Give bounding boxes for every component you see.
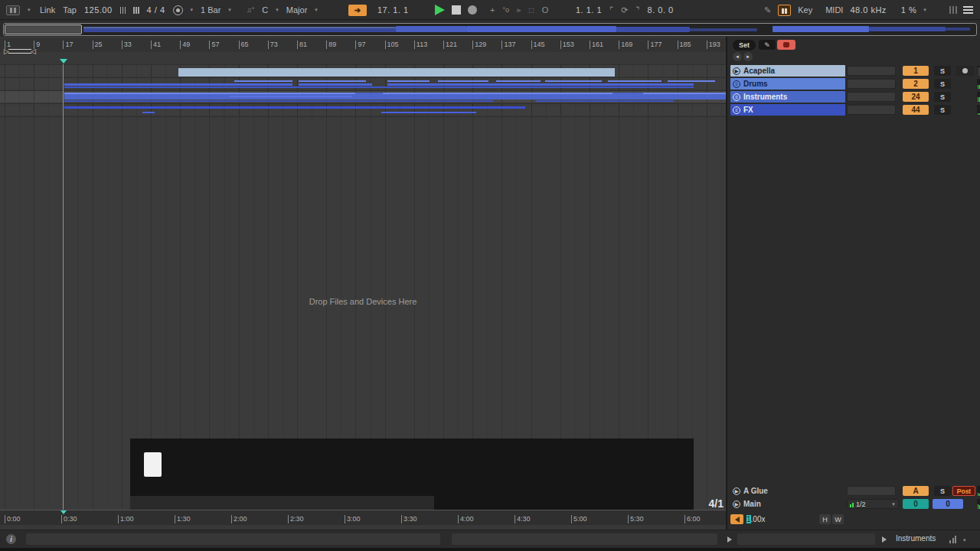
metronome-icon[interactable] <box>173 5 183 15</box>
info-icon[interactable]: i <box>6 534 16 544</box>
clip-segment[interactable] <box>383 93 612 94</box>
insert-marker-icon[interactable] <box>60 59 67 64</box>
arrangement-lane[interactable] <box>0 64 726 77</box>
nudge-down-icon[interactable] <box>120 7 126 14</box>
loop-brace-right-icon[interactable]: ◁ <box>31 47 36 55</box>
clip-segment[interactable] <box>438 80 488 82</box>
loop-brace-bar[interactable] <box>8 49 31 54</box>
track-name-area[interactable]: ≡ Drums <box>730 78 845 90</box>
overdub-icon[interactable]: + <box>490 5 495 15</box>
return-solo-button[interactable]: S <box>934 486 951 496</box>
clip-segment[interactable] <box>234 80 292 82</box>
arrangement-lane[interactable] <box>0 77 726 90</box>
track-arm-button[interactable] <box>956 66 974 76</box>
play-button[interactable] <box>435 5 445 15</box>
track-activator-button[interactable]: 2 <box>903 79 929 89</box>
clip-segment[interactable] <box>64 93 355 94</box>
clip-segment[interactable] <box>496 80 541 82</box>
fold-icon[interactable]: ▶ <box>733 67 740 75</box>
arrangement-lane[interactable] <box>0 90 726 103</box>
clip-segment[interactable] <box>178 68 615 77</box>
track-activator-button[interactable]: 24 <box>903 92 929 102</box>
options-icon[interactable] <box>6 5 20 15</box>
clip-segment[interactable] <box>536 100 674 102</box>
set-button[interactable]: Set <box>733 40 756 51</box>
return-track-name[interactable]: A Glue <box>743 487 768 495</box>
metronome-dropdown-icon[interactable]: ▾ <box>191 7 194 13</box>
speaker-icon[interactable] <box>730 514 743 524</box>
loop-length-display[interactable]: 8. 0. 0 <box>648 5 674 15</box>
record-button[interactable] <box>468 5 477 15</box>
fold-icon[interactable]: ≡ <box>733 93 740 101</box>
cpu-dropdown-icon[interactable]: ▾ <box>923 7 926 13</box>
fold-icon[interactable]: ▶ <box>733 487 740 495</box>
punch-in-icon[interactable]: ⌜ <box>609 5 613 15</box>
levels-dropdown-icon[interactable]: ▾ <box>963 537 966 543</box>
clip-segment[interactable] <box>64 86 694 88</box>
back-button[interactable]: ◂ <box>733 52 742 61</box>
track-header-row[interactable]: ≡ FX 44 S <box>727 104 980 116</box>
time-signature-field[interactable]: 4 / 4 <box>147 5 165 15</box>
clip-segment[interactable] <box>387 80 430 82</box>
tempo-field[interactable]: 125.00 <box>84 5 113 15</box>
clip-segment[interactable] <box>299 83 372 86</box>
track-activator-button[interactable]: 44 <box>903 105 929 115</box>
midi-map-button[interactable]: MIDI <box>825 5 843 15</box>
session-record-icon[interactable]: O <box>542 5 549 15</box>
fold-icon[interactable]: ▶ <box>733 500 740 508</box>
selected-track-label[interactable]: Instruments <box>896 534 936 543</box>
levels-icon[interactable] <box>949 536 956 543</box>
stop-button[interactable] <box>452 5 461 15</box>
tap-tempo-button[interactable]: Tap <box>63 5 77 15</box>
fold-icon[interactable]: ≡ <box>733 106 740 114</box>
key-root-select[interactable]: C <box>262 5 268 15</box>
pencil-button[interactable]: ✎ <box>759 40 776 50</box>
clip-segment[interactable] <box>608 80 662 82</box>
main-track-row[interactable]: ▶ Main 1/2 ▼ 0 0 <box>727 498 980 510</box>
link-button[interactable]: Link <box>40 5 55 15</box>
punch-out-icon[interactable]: ⌝ <box>635 5 639 15</box>
bar-ruler[interactable]: 1917253341495765738189971051131211291371… <box>0 38 726 52</box>
playback-speed-field[interactable]: 1.00x <box>746 515 765 523</box>
clip-segment[interactable] <box>643 93 726 94</box>
arrangement-lane[interactable] <box>0 103 726 116</box>
expand-right-icon[interactable] <box>882 536 887 543</box>
key-root-dropdown-icon[interactable]: ▾ <box>276 7 279 13</box>
track-solo-button[interactable]: S <box>934 92 951 102</box>
clip-segment[interactable] <box>299 80 366 82</box>
quantize-dropdown-icon[interactable]: ▾ <box>228 7 231 13</box>
track-header-row[interactable]: ≡ Instruments 24 S <box>727 91 980 103</box>
return-track-row[interactable]: ▶ A Glue A S Post <box>727 485 980 497</box>
clip-segment[interactable] <box>64 106 525 109</box>
track-name-area[interactable]: ≡ FX <box>730 104 845 116</box>
clip-segment[interactable] <box>64 100 493 102</box>
back-to-arrangement-button[interactable] <box>777 40 795 50</box>
options-dropdown-icon[interactable]: ▾ <box>28 7 31 13</box>
main-volume-knob[interactable]: 0 <box>933 499 963 509</box>
loop-brace[interactable]: ▷ ◁ <box>4 47 36 55</box>
clip-segment[interactable] <box>381 112 476 113</box>
main-track-name[interactable]: Main <box>743 500 761 508</box>
automation-arm-icon[interactable]: °o <box>502 6 509 14</box>
track-name[interactable]: Drums <box>743 80 768 88</box>
clip-segment[interactable] <box>142 112 155 113</box>
main-output-select[interactable]: 1/2 ▼ <box>847 499 899 509</box>
draw-mode-icon[interactable]: ✎ <box>764 5 771 15</box>
clip-segment[interactable] <box>230 96 352 97</box>
reenable-automation-icon[interactable]: ⪧ <box>517 6 521 15</box>
track-header-row[interactable]: ▶ Acapella 1 S <box>727 65 980 77</box>
quantize-menu[interactable]: 1 Bar <box>201 5 220 15</box>
follow-button[interactable]: ➔ <box>348 5 367 16</box>
track-solo-button[interactable]: S <box>934 79 951 89</box>
return-activator-button[interactable]: A <box>903 486 929 496</box>
track-header-row[interactable]: ≡ Drums 2 S <box>727 78 980 90</box>
key-map-button[interactable]: Key <box>798 5 812 15</box>
track-activator-button[interactable]: 1 <box>903 66 929 76</box>
expand-left-icon[interactable] <box>727 536 732 543</box>
capture-midi-icon[interactable]: ⬚ <box>528 7 534 14</box>
clip-segment[interactable] <box>545 80 602 82</box>
key-scale-dropdown-icon[interactable]: ▾ <box>315 7 318 13</box>
track-name-area[interactable]: ≡ Instruments <box>730 91 845 103</box>
track-solo-button[interactable]: S <box>934 66 951 76</box>
return-post-button[interactable]: Post <box>952 486 975 496</box>
